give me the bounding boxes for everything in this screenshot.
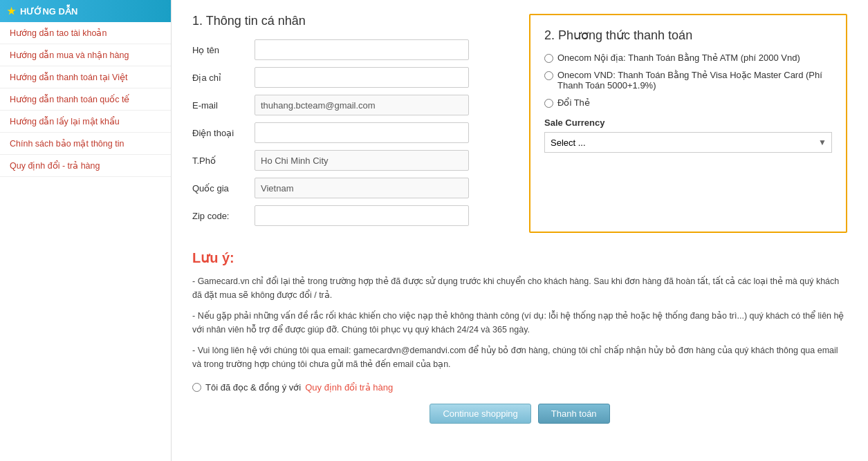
star-icon: ★ (7, 6, 16, 17)
sidebar-header: ★ HƯỚNG DẪN (0, 0, 171, 22)
payment-option-label: Onecom Nội địa: Thanh Toán Bằng Thẻ ATM … (557, 53, 800, 63)
sidebar: ★ HƯỚNG DẪN Hướng dẫn tao tài khoảnHướng… (0, 0, 172, 461)
sidebar-nav-link[interactable]: Hướng dẫn tao tài khoản (0, 22, 171, 44)
notes-paragraph: - Vui lòng liên hệ với chúng tôi qua ema… (192, 344, 847, 371)
payment-option-label: Onecom VND: Thanh Toán Bằng Thẻ Visa Hoặ… (557, 70, 832, 91)
section-payment: 2. Phương thức thanh toán Onecom Nội địa… (529, 14, 847, 233)
sidebar-header-title: HƯỚNG DẪN (20, 6, 77, 17)
form-input[interactable] (255, 122, 469, 143)
agreement-prefix: Tôi đã đọc & đồng ý với (205, 382, 301, 393)
sidebar-nav-link[interactable]: Hướng dẫn mua và nhận hàng (0, 44, 171, 66)
notes-paragraph: - Gamecard.vn chỉ đổi lại thẻ trong trườ… (192, 274, 847, 302)
form-input[interactable] (255, 39, 469, 60)
payment-radio[interactable] (544, 71, 553, 80)
checkout-button[interactable]: Thanh toán (538, 404, 610, 424)
sidebar-nav-link[interactable]: Hướng dẫn thanh toán tại Việt (0, 66, 171, 88)
payment-option: Đổi Thẻ (544, 97, 832, 108)
form-input[interactable] (255, 150, 469, 171)
form-label: Quốc gia (192, 183, 255, 194)
main-content: 1. Thông tin cá nhân Họ tênĐịa chỉE-mail… (172, 0, 868, 461)
form-label: Điện thoại (192, 128, 255, 138)
form-label: Zip code: (192, 211, 255, 221)
sidebar-nav-link[interactable]: Hướng dẫn lấy lại mật khẩu (0, 111, 171, 132)
form-group: T.Phố (192, 150, 508, 171)
notes-section: Lưu ý: - Gamecard.vn chỉ đổi lại thẻ tro… (192, 250, 847, 424)
sidebar-nav-link[interactable]: Hướng dẫn thanh toán quốc tế (0, 88, 171, 110)
form-label: Họ tên (192, 45, 255, 55)
form-group: Zip code: (192, 205, 508, 226)
form-input[interactable] (255, 178, 469, 198)
section-personal: 1. Thông tin cá nhân Họ tênĐịa chỉE-mail… (192, 14, 508, 233)
section2-title: 2. Phương thức thanh toán (544, 28, 832, 43)
sale-currency-label: Sale Currency (544, 117, 832, 128)
select-wrapper: Select ...USDVNDEUR ▼ (544, 132, 832, 153)
payment-option: Onecom Nội địa: Thanh Toán Bằng Thẻ ATM … (544, 53, 832, 63)
sidebar-nav-link[interactable]: Quy định đổi - trả hàng (0, 155, 171, 176)
payment-option: Onecom VND: Thanh Toán Bằng Thẻ Visa Hoặ… (544, 70, 832, 91)
sidebar-nav-item: Hướng dẫn thanh toán tại Việt (0, 66, 171, 88)
form-group: E-mail (192, 95, 508, 115)
agreement-link[interactable]: Quy định đổi trả hàng (305, 382, 393, 393)
payment-radio[interactable] (544, 99, 553, 108)
sidebar-nav-item: Quy định đổi - trả hàng (0, 155, 171, 177)
sidebar-nav-item: Hướng dẫn tao tài khoản (0, 22, 171, 44)
sidebar-nav: Hướng dẫn tao tài khoảnHướng dẫn mua và … (0, 22, 171, 177)
agreement-radio[interactable] (192, 383, 201, 392)
form-group: Điện thoại (192, 122, 508, 143)
section1-title: 1. Thông tin cá nhân (192, 14, 508, 28)
notes-paragraph: - Nếu gặp phải những vấn đề rắc rối khác… (192, 309, 847, 337)
currency-select[interactable]: Select ...USDVNDEUR (544, 132, 832, 153)
form-input[interactable] (255, 205, 469, 226)
sidebar-nav-item: Hướng dẫn lấy lại mật khẩu (0, 111, 171, 133)
form-label: Địa chỉ (192, 73, 255, 83)
notes-title: Lưu ý: (192, 250, 847, 266)
agreement: Tôi đã đọc & đồng ý với Quy định đổi trả… (192, 382, 847, 393)
sidebar-nav-item: Hướng dẫn thanh toán quốc tế (0, 88, 171, 111)
form-label: T.Phố (192, 156, 255, 166)
sidebar-nav-item: Chính sách bảo mật thông tin (0, 133, 171, 155)
form-group: Quốc gia (192, 178, 508, 198)
payment-option-label: Đổi Thẻ (557, 97, 590, 108)
form-input[interactable] (255, 95, 469, 115)
form-group: Họ tên (192, 39, 508, 60)
actions: Continue shopping Thanh toán (192, 404, 847, 424)
sidebar-nav-item: Hướng dẫn mua và nhận hàng (0, 44, 171, 66)
payment-radio[interactable] (544, 54, 553, 63)
form-group: Địa chỉ (192, 67, 508, 88)
sidebar-nav-link[interactable]: Chính sách bảo mật thông tin (0, 133, 171, 154)
form-label: E-mail (192, 100, 255, 111)
form-input[interactable] (255, 67, 469, 88)
continue-shopping-button[interactable]: Continue shopping (430, 404, 530, 424)
